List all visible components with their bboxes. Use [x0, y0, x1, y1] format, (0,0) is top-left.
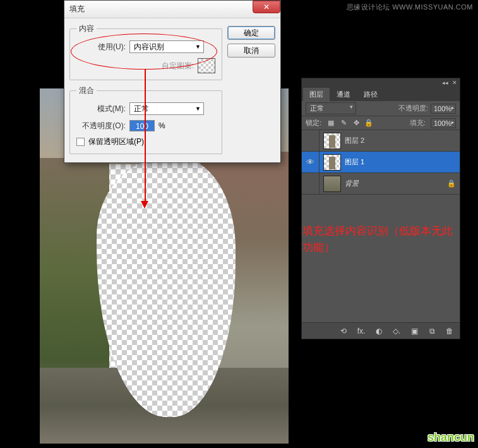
watermark-top: 思缘设计论坛 WWW.MISSYUAN.COM [347, 3, 473, 12]
new-layer-icon[interactable]: ⧉ [427, 327, 437, 336]
fx-icon[interactable]: fx. [356, 327, 366, 336]
tab-layers[interactable]: 图层 [303, 88, 330, 101]
watermark-bottom: shancun [427, 431, 474, 444]
content-fieldset: 内容 使用(U): 内容识别 ▼ 自定图案: [69, 23, 222, 80]
visibility-toggle[interactable] [302, 173, 320, 194]
pattern-label: 自定图案: [162, 61, 194, 71]
mode-value: 正常 [134, 104, 149, 114]
blend-mode-dropdown[interactable]: 正常 [306, 102, 356, 114]
layer-thumbnail[interactable] [323, 176, 341, 192]
layer-row[interactable]: 图层 2 [302, 130, 460, 152]
titlebar[interactable]: 填充 ✕ [64, 1, 280, 18]
collapse-icon[interactable]: ◂◂ [442, 80, 448, 86]
panel-opacity-label: 不透明度: [398, 104, 428, 113]
lock-label: 锁定: [306, 118, 321, 128]
lock-transparency-icon[interactable]: ▦ [326, 119, 335, 127]
use-label: 使用(U): [76, 42, 126, 52]
opacity-input[interactable]: 100 [129, 120, 155, 131]
annotation-text: 填充选择内容识别（低版本无此功能） [302, 223, 459, 255]
blend-legend: 混合 [76, 85, 97, 96]
close-icon[interactable]: ✕ [452, 80, 457, 86]
mode-label: 模式(M): [76, 104, 126, 114]
panel-opacity-input[interactable]: 100%▸ [431, 104, 456, 114]
panel-tabs: 图层 通道 路径 [302, 87, 460, 101]
layer-name[interactable]: 背景 [345, 179, 447, 188]
layer-thumbnail[interactable] [323, 133, 341, 149]
ok-button[interactable]: 确定 [227, 26, 275, 40]
layer-name[interactable]: 图层 2 [345, 136, 456, 145]
chevron-icon: ▸ [451, 105, 454, 112]
lock-icon: 🔒 [447, 179, 456, 188]
eye-icon: 👁 [306, 157, 314, 167]
preserve-label: 保留透明区域(P) [88, 136, 144, 147]
preserve-checkbox[interactable] [76, 138, 85, 146]
tab-channels[interactable]: 通道 [330, 88, 357, 101]
chevron-down-icon: ▼ [195, 106, 201, 112]
layer-thumbnail[interactable] [323, 154, 341, 171]
use-dropdown[interactable]: 内容识别 ▼ [129, 40, 204, 53]
panel-footer: ⟲ fx. ◐ ◇. ▣ ⧉ 🗑 [302, 322, 460, 339]
layers-panel: ◂◂ ✕ 图层 通道 路径 正常 不透明度: 100%▸ 锁定: ▦ ✎ ✥ 🔒… [301, 78, 460, 339]
close-icon: ✕ [263, 3, 270, 11]
mode-dropdown[interactable]: 正常 ▼ [129, 102, 204, 115]
opacity-label: 不透明度(O): [76, 121, 126, 131]
fill-dialog: 填充 ✕ 内容 使用(U): 内容识别 ▼ 自定图案: [64, 0, 281, 163]
panel-topbar: ◂◂ ✕ [302, 78, 460, 87]
visibility-toggle[interactable]: 👁 [302, 152, 320, 173]
lock-brush-icon[interactable]: ✎ [339, 119, 348, 127]
trash-icon[interactable]: 🗑 [445, 327, 455, 336]
cancel-button[interactable]: 取消 [227, 44, 275, 58]
layer-row[interactable]: 背景 🔒 [302, 173, 460, 195]
panel-fill-label: 填充: [410, 118, 426, 128]
close-button[interactable]: ✕ [253, 1, 280, 13]
layer-row[interactable]: 👁 图层 1 [302, 152, 460, 173]
tab-paths[interactable]: 路径 [357, 88, 384, 101]
visibility-toggle[interactable] [302, 130, 320, 151]
blend-fieldset: 混合 模式(M): 正常 ▼ 不透明度(O): 100 % 保留透明区域(P) [69, 85, 222, 154]
mask-icon[interactable]: ◐ [374, 327, 384, 336]
pattern-swatch[interactable] [198, 58, 215, 73]
chevron-down-icon: ▼ [195, 44, 201, 50]
content-legend: 内容 [76, 23, 97, 34]
group-icon[interactable]: ▣ [409, 327, 419, 336]
lock-all-icon[interactable]: 🔒 [364, 119, 373, 127]
chevron-icon: ▸ [451, 119, 454, 127]
layer-list: 图层 2 👁 图层 1 背景 🔒 [302, 130, 460, 195]
layer-name[interactable]: 图层 1 [345, 157, 456, 167]
dialog-title: 填充 [69, 4, 85, 15]
adjustment-icon[interactable]: ◇. [391, 327, 402, 336]
opacity-unit: % [158, 121, 165, 130]
use-value: 内容识别 [134, 42, 164, 52]
lock-move-icon[interactable]: ✥ [352, 119, 361, 127]
panel-fill-input[interactable]: 100%▸ [431, 118, 456, 128]
link-icon[interactable]: ⟲ [338, 327, 349, 336]
